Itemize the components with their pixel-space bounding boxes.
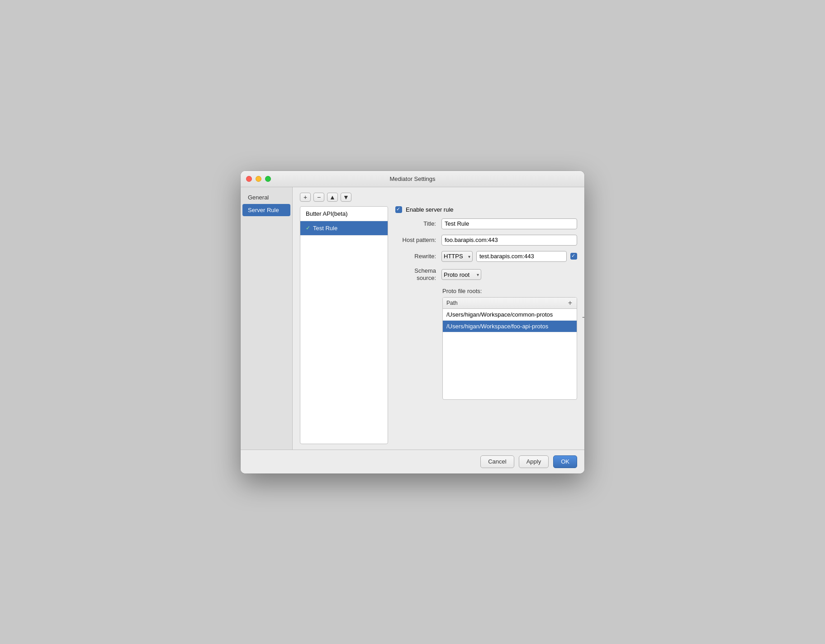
schema-source-label: Schema source:: [395, 267, 436, 283]
proto-path: /Users/higan/Workspace/common-protos: [446, 311, 553, 318]
rewrite-checkbox[interactable]: [570, 253, 577, 260]
window-title: Mediator Settings: [389, 175, 435, 182]
sidebar-item-general[interactable]: General: [242, 191, 290, 204]
sidebar: General Server Rule: [241, 187, 293, 450]
rewrite-inputs: HTTP HTTPS: [441, 251, 577, 262]
titlebar: Mediator Settings: [241, 171, 584, 187]
schema-source-select[interactable]: Proto root: [441, 269, 481, 280]
title-label: Title:: [395, 220, 436, 227]
enable-label: Enable server rule: [406, 206, 454, 213]
enable-row: Enable server rule: [395, 206, 577, 213]
checkmark-icon: ✓: [306, 225, 310, 231]
proto-file-roots-label: Proto file roots:: [442, 288, 577, 294]
schema-source-wrapper: Proto root: [441, 269, 481, 280]
move-up-button[interactable]: ▲: [327, 193, 338, 202]
proto-path: /Users/higan/Workspace/foo-api-protos: [446, 323, 548, 330]
main-window: Mediator Settings General Server Rule + …: [241, 171, 584, 474]
schema-source-row: Schema source: Proto root: [395, 267, 577, 283]
add-rule-button[interactable]: +: [300, 193, 311, 202]
host-pattern-input[interactable]: [441, 235, 577, 246]
proto-row-common[interactable]: /Users/higan/Workspace/common-protos: [443, 309, 577, 321]
rule-item-butter-api[interactable]: Butter API(beta): [300, 207, 388, 221]
ok-button[interactable]: OK: [553, 455, 577, 468]
rule-details: Enable server rule Title: Host pattern:: [395, 206, 577, 444]
proto-table: Path + /Users/higan/Workspace/common-pro…: [442, 297, 577, 400]
path-column-header: Path: [446, 300, 458, 306]
toolbar: + − ▲ ▼: [300, 193, 577, 202]
rewrite-protocol-select[interactable]: HTTP HTTPS: [441, 251, 473, 262]
rewrite-protocol-wrapper: HTTP HTTPS: [441, 251, 473, 262]
remove-rule-button[interactable]: −: [313, 193, 324, 202]
minimize-button[interactable]: [256, 176, 261, 182]
maximize-button[interactable]: [265, 176, 271, 182]
proto-row-foo-api[interactable]: /Users/higan/Workspace/foo-api-protos: [443, 321, 577, 332]
split-pane: Butter API(beta) ✓ Test Rule Enable serv…: [300, 206, 577, 444]
rewrite-url-input[interactable]: [476, 251, 567, 262]
proto-table-body: /Users/higan/Workspace/common-protos /Us…: [443, 309, 577, 399]
footer: Cancel Apply OK: [241, 450, 584, 474]
rule-label: Test Rule: [313, 225, 337, 232]
close-button[interactable]: [246, 176, 252, 182]
apply-button[interactable]: Apply: [519, 455, 549, 468]
rule-item-test-rule[interactable]: ✓ Test Rule: [300, 221, 388, 236]
proto-add-button[interactable]: +: [567, 299, 573, 307]
title-row: Title:: [395, 218, 577, 229]
proto-file-section: Proto file roots: Path + /Users/higan/Wo…: [395, 288, 577, 444]
main-content: General Server Rule + − ▲ ▼ Butter API(b…: [241, 187, 584, 450]
title-input[interactable]: [441, 218, 577, 229]
host-pattern-row: Host pattern:: [395, 235, 577, 246]
enable-checkbox[interactable]: [395, 206, 402, 213]
host-pattern-label: Host pattern:: [395, 237, 436, 243]
proto-table-container: Path + /Users/higan/Workspace/common-pro…: [442, 297, 577, 400]
rewrite-label: Rewrite:: [395, 253, 436, 260]
rule-label: Butter API(beta): [306, 210, 348, 217]
proto-table-header: Path +: [443, 298, 577, 309]
move-down-button[interactable]: ▼: [341, 193, 351, 202]
rewrite-row: Rewrite: HTTP HTTPS: [395, 251, 577, 262]
proto-remove-button[interactable]: −: [582, 313, 584, 322]
content-area: + − ▲ ▼ Butter API(beta) ✓ Test Rule: [293, 187, 584, 450]
cancel-button[interactable]: Cancel: [480, 455, 514, 468]
traffic-lights: [246, 176, 271, 182]
rules-list: Butter API(beta) ✓ Test Rule: [300, 206, 388, 444]
sidebar-item-server-rule[interactable]: Server Rule: [242, 204, 290, 216]
